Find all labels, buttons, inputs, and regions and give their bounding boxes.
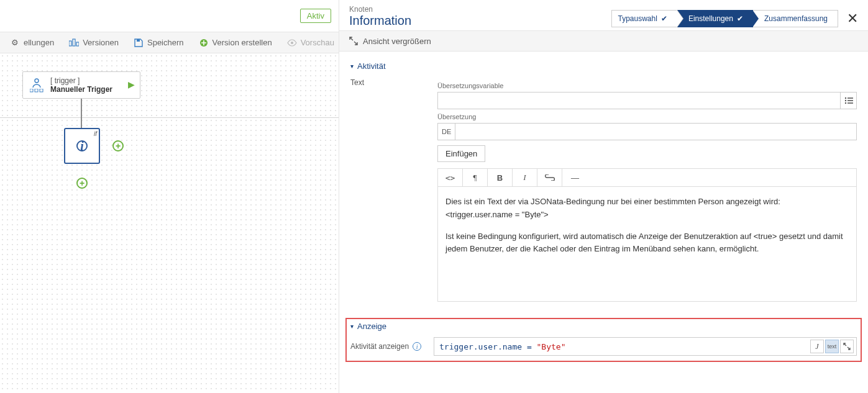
- editor-line: <trigger.user.name = "Byte">: [445, 209, 849, 222]
- eye-icon: [287, 38, 297, 48]
- svg-rect-13: [847, 100, 853, 101]
- workflow-canvas[interactable]: [ trigger ] Manueller Trigger ▶ if i + +: [0, 53, 339, 393]
- user-trigger-icon: [28, 78, 45, 93]
- info-icon: i: [76, 140, 88, 151]
- tb-create-version[interactable]: Version erstellen: [191, 38, 280, 48]
- rt-hr-button[interactable]: —: [562, 169, 587, 186]
- settings-icon: ⚙: [10, 38, 20, 48]
- expand-label: Ansicht vergrößern: [363, 37, 431, 46]
- add-node-right[interactable]: +: [112, 140, 124, 151]
- insert-button[interactable]: Einfügen: [437, 145, 485, 162]
- svg-point-6: [35, 79, 39, 83]
- label-translation-var: Übersetzungsvariable: [437, 82, 857, 89]
- rt-link-button[interactable]: [537, 169, 562, 186]
- wizard-step-label: Einstellungen: [688, 14, 733, 23]
- svg-point-5: [291, 42, 293, 44]
- richtext-toolbar: <> ¶ B I —: [437, 168, 857, 187]
- wizard-step-summary[interactable]: Zusammenfassung: [753, 10, 838, 27]
- richtext-editor[interactable]: Dies ist ein Text der via JSONata-Beding…: [437, 187, 857, 302]
- if-badge: if: [94, 130, 97, 137]
- code-text: trigger.user.name = "Byte": [437, 342, 810, 351]
- section-title-label: Anzeige: [357, 322, 386, 331]
- side-label-text: Text: [350, 78, 437, 302]
- wizard-step-type[interactable]: Typauswahl ✔: [611, 10, 677, 27]
- jsonata-condition-input[interactable]: trigger.user.name = "Byte" J text: [434, 337, 857, 356]
- svg-point-12: [844, 100, 846, 101]
- tb-versions[interactable]: Versionen: [62, 38, 126, 48]
- trigger-tag: [ trigger ]: [50, 76, 112, 85]
- properties-panel: Knoten Information Typauswahl ✔ Einstell…: [339, 0, 868, 393]
- status-badge-active: Aktiv: [300, 9, 331, 23]
- tb-preview-label: Vorschau: [301, 38, 334, 47]
- tb-settings-label: ellungen: [24, 38, 54, 47]
- svg-rect-7: [30, 89, 33, 92]
- tb-create-version-label: Version erstellen: [212, 38, 272, 47]
- save-icon: [134, 38, 144, 48]
- label-translation: Übersetzung: [437, 113, 857, 120]
- canvas-divider: [0, 117, 339, 118]
- rt-italic-button[interactable]: I: [513, 169, 537, 186]
- chevron-down-icon: ▾: [350, 63, 354, 70]
- svg-rect-2: [76, 42, 79, 46]
- code-expand-button[interactable]: [840, 340, 854, 353]
- trigger-node[interactable]: [ trigger ] Manueller Trigger ▶: [22, 71, 140, 99]
- rt-code-button[interactable]: <>: [438, 169, 463, 186]
- rt-pilcrow-button[interactable]: ¶: [463, 169, 488, 186]
- translation-variable-input[interactable]: [437, 92, 841, 109]
- editor-line: Dies ist ein Text der via JSONata-Beding…: [445, 196, 849, 209]
- expand-view-bar[interactable]: Ansicht vergrößern: [339, 30, 868, 52]
- versions-icon: [69, 38, 79, 48]
- plus-circle-icon: [199, 38, 209, 48]
- check-icon: ✔: [737, 14, 743, 23]
- page-title: Information: [349, 14, 411, 28]
- wizard-step-label: Zusammenfassung: [764, 14, 828, 23]
- panel-header: Knoten Information Typauswahl ✔ Einstell…: [339, 0, 868, 30]
- add-node-below[interactable]: +: [76, 178, 88, 189]
- section-display-header[interactable]: ▾ Anzeige: [350, 322, 857, 331]
- tb-settings[interactable]: ⚙ ellungen: [2, 38, 62, 48]
- check-icon: ✔: [661, 14, 667, 23]
- code-mode-expr-button[interactable]: J: [810, 340, 824, 353]
- svg-rect-3: [137, 39, 140, 42]
- info-tooltip-icon[interactable]: i: [413, 342, 421, 351]
- language-badge: DE: [437, 123, 455, 140]
- node-connector: [81, 99, 82, 128]
- rt-bold-button[interactable]: B: [488, 169, 513, 186]
- chevron-down-icon: ▾: [350, 323, 354, 330]
- tb-save[interactable]: Speichern: [126, 38, 191, 48]
- workflow-canvas-panel: Aktiv ⚙ ellungen Versionen Speichern: [0, 0, 339, 393]
- svg-rect-11: [847, 97, 853, 99]
- wizard-steps: Typauswahl ✔ Einstellungen ✔ Zusammenfas…: [611, 10, 858, 27]
- translation-input[interactable]: [455, 123, 857, 140]
- close-icon[interactable]: ✕: [847, 11, 858, 27]
- svg-rect-8: [35, 89, 38, 92]
- wizard-step-settings[interactable]: Einstellungen ✔: [677, 10, 753, 27]
- tb-preview[interactable]: Vorschau: [280, 38, 339, 48]
- expand-icon: [349, 37, 358, 45]
- svg-rect-9: [40, 89, 43, 92]
- breadcrumb: Knoten: [349, 5, 411, 14]
- canvas-toolbar: ⚙ ellungen Versionen Speichern Version: [0, 32, 339, 53]
- tb-save-label: Speichern: [147, 38, 184, 47]
- list-picker-button[interactable]: [840, 92, 857, 109]
- play-icon[interactable]: ▶: [128, 79, 135, 89]
- svg-rect-0: [69, 41, 71, 46]
- wizard-step-label: Typauswahl: [618, 14, 657, 23]
- svg-rect-15: [847, 102, 853, 104]
- code-mode-text-button[interactable]: text: [825, 340, 839, 353]
- editor-line: Ist keine Bedingung konfiguriert, wird a…: [445, 230, 849, 256]
- information-node[interactable]: if i: [64, 128, 100, 164]
- svg-rect-1: [73, 39, 75, 46]
- section-display-highlight: ▾ Anzeige Aktivität anzeigen i trigger.u…: [345, 318, 862, 362]
- trigger-title: Manueller Trigger: [50, 85, 112, 94]
- tb-versions-label: Versionen: [83, 38, 119, 47]
- svg-point-14: [844, 102, 846, 104]
- svg-point-10: [844, 97, 846, 99]
- status-bar: Aktiv: [0, 0, 339, 32]
- section-title-label: Aktivität: [357, 61, 386, 71]
- label-show-activity: Aktivität anzeigen i: [350, 342, 434, 351]
- section-activity-header[interactable]: ▾ Aktivität: [350, 61, 857, 71]
